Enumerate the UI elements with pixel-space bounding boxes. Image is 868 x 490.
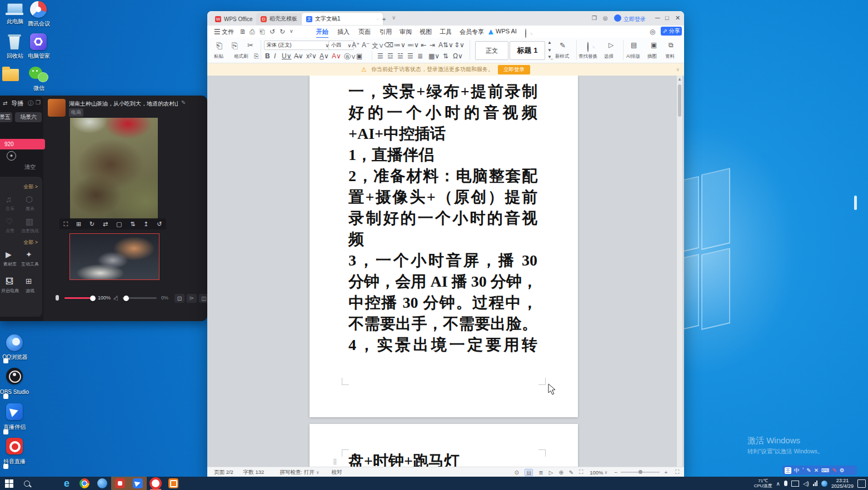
scroll-up-icon[interactable]: ▲ <box>677 77 682 82</box>
strikethrough-icon[interactable]: A̶∨ <box>294 52 303 60</box>
info-icon[interactable]: ⓘ <box>28 99 33 107</box>
italic-icon[interactable]: I <box>274 52 276 60</box>
desktop-icon-pc-manager[interactable]: 电脑管家 <box>28 32 50 63</box>
menu-reference[interactable]: 引用 <box>380 28 392 36</box>
clipboard-launcher-icon[interactable]: ⎘ <box>254 53 259 60</box>
taskbar-browser360[interactable] <box>93 477 111 490</box>
docer-tab[interactable]: D 稻壳充模板 <box>256 13 302 25</box>
game-icon[interactable]: ⊞ <box>26 277 32 286</box>
document-tab[interactable]: 文 文字文稿1 · <box>302 13 383 25</box>
proofread-button[interactable]: 校对 <box>332 469 342 476</box>
print-icon[interactable]: ⎙ <box>250 28 255 36</box>
camera-button[interactable]: ⌲ <box>187 294 197 303</box>
underline-icon[interactable]: U∨ <box>282 52 291 60</box>
grid-icon[interactable]: ⊞ <box>76 221 81 228</box>
taskbar-red-app[interactable] <box>111 477 129 490</box>
mic-icon[interactable] <box>56 295 59 301</box>
ecommerce-cart-icon[interactable]: ⛾ <box>6 277 13 286</box>
pk-icon[interactable]: ▥ <box>26 217 33 227</box>
all-link-top[interactable]: 全部 > <box>23 183 38 191</box>
speaker-tray-icon[interactable]: ◁) <box>803 481 809 487</box>
ime-keyboard-icon[interactable]: ⌨ <box>821 467 829 473</box>
reset-icon[interactable]: ↺ <box>157 221 162 228</box>
resource-label[interactable]: 资料 <box>665 53 675 60</box>
zoom-slider[interactable] <box>621 472 660 473</box>
shading-icon[interactable]: ▦∨ <box>428 52 440 60</box>
taskbar-live-companion[interactable] <box>129 477 147 490</box>
music-icon[interactable]: ♫ <box>6 194 12 204</box>
ime-skin-brush-icon[interactable]: ✎ <box>832 467 836 473</box>
ime-chinese-mode[interactable]: 中 <box>794 467 800 474</box>
magic-face-icon[interactable]: ⬡ <box>26 194 33 204</box>
scene-tab-active[interactable]: 场景六 <box>15 112 42 122</box>
find-replace-icon[interactable] <box>587 42 588 52</box>
increase-indent-icon[interactable]: ⇥ <box>430 41 435 49</box>
visibility-icon[interactable]: ◎ <box>650 28 655 36</box>
zoom-out-icon[interactable]: − <box>614 469 617 476</box>
symbol-icon[interactable]: Ω∨ <box>453 52 463 60</box>
menu-member[interactable]: 会员专享 <box>460 28 484 36</box>
new-style-label[interactable]: 新样式 <box>555 53 570 60</box>
taskbar-edge[interactable]: e <box>58 477 76 490</box>
menu-page[interactable]: 页面 <box>358 28 371 36</box>
menu-review[interactable]: 审阅 <box>400 28 412 36</box>
eye-protect-icon[interactable]: ⊙ <box>515 469 519 476</box>
all-link-bottom[interactable]: 全部 > <box>23 239 38 246</box>
wps-home-tab[interactable]: W WPS Office <box>211 13 257 25</box>
notification-center-icon[interactable] <box>857 479 866 488</box>
select-label[interactable]: 选择 <box>604 53 613 60</box>
increase-font-icon[interactable]: A⁺ <box>352 41 360 49</box>
char-border-icon[interactable]: ▣ <box>356 52 362 60</box>
web-view-icon[interactable]: ⊕ <box>558 469 563 476</box>
cpu-temp-widget[interactable]: 71℃ CPU温度 <box>754 478 772 488</box>
interactive-tools-icon[interactable]: ✦ <box>26 250 32 259</box>
paste-icon[interactable]: ⎗ <box>216 41 222 51</box>
avatar[interactable] <box>614 14 621 22</box>
play-view-icon[interactable]: ▷ <box>549 469 553 476</box>
ime-settings-icon[interactable]: ⚙ <box>840 467 845 473</box>
outline-view-icon[interactable]: ≣ <box>538 469 543 476</box>
font-name-select[interactable]: 宋体 (正文)∨ <box>264 41 332 50</box>
style-gallery-more-icon[interactable]: ▼̲ <box>547 54 552 59</box>
paste-label[interactable]: 粘贴 <box>214 53 223 60</box>
flip-vertical-icon[interactable]: ⇅ <box>130 221 135 228</box>
taskbar-clock[interactable]: 23:21 2025/4/29 <box>831 478 854 489</box>
document-page-1[interactable]: 一，实景+绿布+提前录制 好的一个小时的音视频 +AI+中控插话 1，直播伴侣 … <box>310 76 578 417</box>
paragraph-drag-handle[interactable]: ⣿ <box>333 458 337 464</box>
file-menu[interactable]: ☰ 文件 <box>214 28 234 36</box>
resource-icon[interactable]: ⧉ <box>669 41 674 49</box>
desktop-icon-folder[interactable] <box>1 66 20 88</box>
align-left-icon[interactable]: ☰ <box>377 52 383 60</box>
desktop-icon-douyin-live[interactable]: 抖音直播 <box>4 437 24 468</box>
network-tray-icon[interactable] <box>813 481 817 486</box>
start-button[interactable] <box>0 477 18 490</box>
desktop-icon-qq-browser[interactable]: QQ浏览器 <box>4 333 24 362</box>
zoom-slider-knob[interactable] <box>638 470 642 474</box>
illustration-label[interactable]: 插图 <box>647 53 657 60</box>
mic-tray-icon[interactable] <box>784 481 787 486</box>
notice-login-button[interactable]: 立即登录 <box>498 65 530 74</box>
taskbar-orange-app[interactable] <box>164 477 182 490</box>
fit-page-icon[interactable]: ⛶ <box>579 469 583 476</box>
doc-scrollbar[interactable]: ▲ <box>677 76 682 467</box>
bold-icon[interactable]: B <box>265 52 270 60</box>
share-button[interactable]: ⬀ 分享 <box>661 27 682 36</box>
tab-list-button[interactable]: ∨ <box>392 14 396 21</box>
like-icon[interactable]: ♡ <box>6 217 13 227</box>
fullscreen-icon[interactable]: ⛶ <box>675 469 679 476</box>
speaker-muted-icon[interactable]: ◁̸ <box>113 295 118 301</box>
scene-tab-partial[interactable]: 场景五 <box>0 112 12 122</box>
save-icon[interactable]: 🗎 <box>240 28 246 36</box>
ime-close-icon[interactable]: ✕ <box>814 467 819 473</box>
media-library-icon[interactable]: ▶ <box>6 250 12 259</box>
record-button[interactable]: ⊡ <box>174 294 184 303</box>
select-icon[interactable]: ▷ <box>608 41 613 49</box>
align-right-icon[interactable]: ☱ <box>397 52 403 60</box>
document-page-2[interactable]: ⣿ 盘+时钟+跑马灯 <box>310 424 578 467</box>
zoom-value[interactable]: 100% <box>590 469 603 476</box>
edit-title-icon[interactable]: ✎ <box>181 99 186 106</box>
document-area[interactable]: 一，实景+绿布+提前录制 好的一个小时的音视频 +AI+中控插话 1，直播伴侣 … <box>207 76 684 467</box>
desktop-icon-wechat[interactable]: 微信 <box>28 64 50 92</box>
add-source-icon[interactable]: ● <box>7 151 16 161</box>
char-shading-icon[interactable]: ⓐ∨ <box>344 52 356 62</box>
